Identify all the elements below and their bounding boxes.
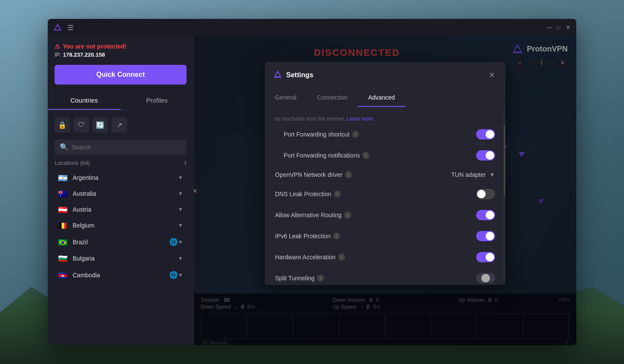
dns-leak-toggle[interactable] [476,189,495,199]
brazil-extras: 🌐 [169,238,178,246]
modal-close-button[interactable]: ✕ [487,69,497,82]
search-input[interactable] [72,144,181,151]
settings-row-alt-routing: Allow Alternative Routing i [275,205,495,226]
settings-row-openvpn: OpenVPN Network driver i TUN adapter ▼ [275,166,495,184]
locations-info-icon: ℹ [184,160,187,166]
settings-row-ipv6-leak: IPv6 Leak Protection i [275,226,495,247]
title-bar-left: ☰ [53,23,73,32]
scrollbar[interactable] [504,107,505,285]
split-tunnel-toggle[interactable] [476,273,495,283]
app-window: ☰ — □ ✕ ⚠ You are not protected! IP: 178… [48,19,576,345]
sidebar-header: ⚠ You are not protected! IP: 178.237.220… [48,36,193,91]
expand-icon-argentina: ▼ [178,175,183,181]
flag-brazil: 🇧🇷 [58,239,68,246]
title-bar: ☰ — □ ✕ [48,19,576,36]
split-tunnel-info-icon[interactable]: i [317,275,324,282]
settings-row-split-tunnel: Split Tunneling i [275,268,495,285]
alt-routing-toggle[interactable] [476,210,495,220]
flag-argentina: 🇦🇷 [58,174,68,181]
dns-leak-label: DNS Leak Protection i [275,191,476,197]
alt-routing-info-icon[interactable]: i [344,212,351,218]
modal-title: Settings [286,71,487,79]
split-tunnel-label: Split Tunneling i [275,275,476,282]
toggle-knob-6 [486,253,494,261]
flag-belgium: 🇧🇪 [58,222,68,229]
expand-icon-austria: ▼ [178,206,183,212]
port-fwd-shortcut-label: Port Forwarding shortcut i [275,131,476,138]
hamburger-icon[interactable]: ☰ [67,24,73,32]
sidebar: ⚠ You are not protected! IP: 178.237.220… [48,36,194,345]
country-item-cambodia[interactable]: 🇰🇭 Cambodia 🌐 ▼ [51,267,190,283]
ipv6-leak-label: IPv6 Leak Protection i [275,233,476,240]
learn-more-link[interactable]: Learn more [347,116,373,122]
port-fwd-notifications-info-icon[interactable]: i [362,152,369,159]
settings-section: be reachable from the internet. Learn mo… [265,107,505,285]
alt-routing-label: Allow Alternative Routing i [275,212,476,218]
ipv6-leak-info-icon[interactable]: i [333,233,340,240]
settings-row-port-fwd-shortcut: Port Forwarding shortcut i [275,124,495,145]
modal-tabs: General Connection Advanced [265,89,505,107]
flag-austria: 🇦🇹 [58,206,68,213]
country-name-australia: Australia [73,190,178,197]
ipv6-leak-toggle[interactable] [476,231,495,241]
country-item-bulgaria[interactable]: 🇧🇬 Bulgaria ▼ [51,251,190,266]
country-name-cambodia: Cambodia [73,272,169,279]
filter-p2p-button[interactable]: 🔄 [92,117,108,133]
expand-icon-bulgaria: ▼ [178,255,183,261]
maximize-button[interactable]: □ [556,24,562,30]
country-item-australia[interactable]: 🇦🇺 Australia ▼ [51,186,190,201]
hw-accel-toggle[interactable] [476,252,495,262]
tab-general[interactable]: General [265,89,307,107]
quick-connect-button[interactable]: Quick Connect [55,65,187,85]
expand-icon-belgium: ▼ [178,222,183,228]
country-name-argentina: Argentina [73,174,178,181]
title-bar-buttons: — □ ✕ [546,24,571,30]
expand-icon-cambodia: ▼ [178,272,183,278]
country-item-austria[interactable]: 🇦🇹 Austria ▼ [51,202,190,217]
tab-advanced[interactable]: Advanced [358,89,405,107]
port-fwd-notifications-toggle[interactable] [476,150,495,161]
ip-address-display: IP: 178.237.220.158 [55,52,187,58]
country-name-brazil: Brazil [73,239,169,246]
search-icon: 🔍 [60,143,68,151]
openvpn-value: TUN adapter [451,171,486,178]
warning-icon: ⚠ [55,43,60,50]
toggle-knob-4 [486,211,494,219]
tab-profiles[interactable]: Profiles [121,91,194,110]
expand-icon-brazil: ▼ [178,239,183,245]
tab-countries[interactable]: Countries [48,91,121,110]
ip-value: 178.237.220.158 [63,52,105,58]
openvpn-dropdown[interactable]: TUN adapter ▼ [451,171,495,178]
toggle-knob-5 [486,232,494,240]
modal-overlay: Settings ✕ General Connection Advanced [194,36,576,345]
filter-secure-core-button[interactable]: 🛡 [73,117,89,133]
modal-header: Settings ✕ [265,62,505,89]
openvpn-info-icon[interactable]: i [345,171,352,178]
port-fwd-shortcut-info-icon[interactable]: i [352,131,359,138]
port-fwd-notifications-label: Port Forwarding notifications i [275,152,476,159]
toggle-knob-3 [477,190,486,198]
close-button[interactable]: ✕ [565,24,571,30]
hw-accel-info-icon[interactable]: i [338,254,345,261]
locations-count: Locations (64) [55,160,90,166]
filter-icons-row: 🔒 🛡 🔄 ↗ [48,114,193,136]
tab-connection[interactable]: Connection [307,89,358,107]
toggle-knob-2 [486,151,494,160]
openvpn-label: OpenVPN Network driver i [275,171,451,178]
port-fwd-shortcut-toggle[interactable] [476,129,495,140]
country-name-austria: Austria [73,206,178,213]
toggle-knob [486,130,494,139]
map-area: ◀ DISCONNECTED 🏠 ProtonVPN [194,36,576,345]
dns-leak-info-icon[interactable]: i [334,191,341,197]
filter-all-button[interactable]: 🔒 [55,117,70,133]
locations-header: Locations (64) ℹ [48,158,193,170]
scrollbar-thumb [504,125,505,196]
flag-cambodia: 🇰🇭 [58,272,68,279]
settings-row-hw-accel: Hardware Acceleration i [275,247,495,268]
filter-tor-button[interactable]: ↗ [111,117,127,133]
country-item-argentina[interactable]: 🇦🇷 Argentina ▼ [51,170,190,185]
minimize-button[interactable]: — [546,24,552,30]
country-item-brazil[interactable]: 🇧🇷 Brazil 🌐 ▼ [51,234,190,250]
country-item-belgium[interactable]: 🇧🇪 Belgium ▼ [51,218,190,233]
settings-row-dns-leak: DNS Leak Protection i [275,184,495,205]
